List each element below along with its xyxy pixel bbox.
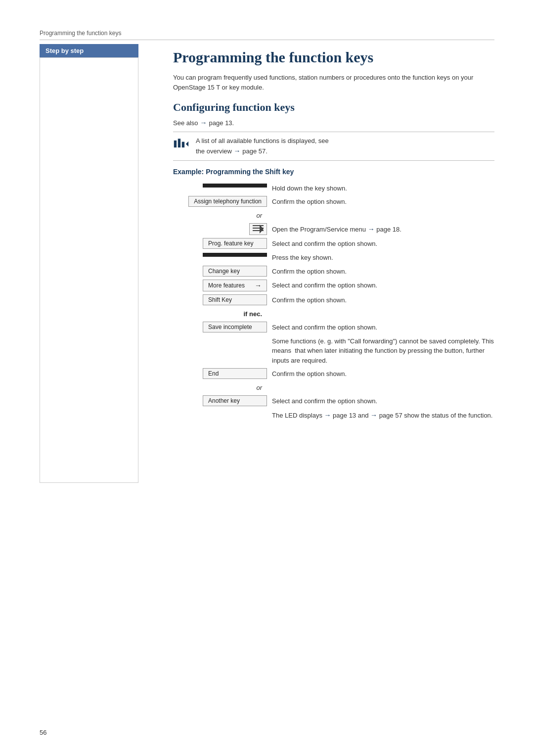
instruction-row-0: Hold down the key shown. (173, 182, 494, 195)
left-area-another: Another key (173, 394, 272, 408)
black-bar-0 (203, 184, 267, 188)
step-by-step-label: Step by step (45, 47, 84, 54)
page-number: 56 (40, 729, 46, 736)
right-prog: Select and confirm the option shown. (272, 237, 494, 251)
left-area-ifnec: if nec. (173, 307, 272, 321)
another-key-button[interactable]: Another key (203, 395, 267, 406)
svg-marker-3 (186, 142, 188, 147)
right-ifnec (272, 307, 494, 311)
info-page: page 57. (242, 147, 267, 155)
right-column: Programming the function keys You can pr… (158, 44, 494, 483)
right-or1 (272, 209, 494, 213)
right-save: Select and confirm the option shown. (272, 321, 494, 334)
info-text: A list of all available functions is dis… (196, 136, 329, 156)
shift-key-button[interactable]: Shift Key (203, 294, 267, 305)
instruction-row-shift: Shift Key Confirm the option shown. (173, 293, 494, 307)
left-area-end: End (173, 367, 272, 381)
instruction-row-note: Some functions (e. g. with "Call forward… (173, 334, 494, 368)
instruction-row-more: More features → Select and confirm the o… (173, 279, 494, 293)
see-also: See also → page 13. (173, 119, 494, 127)
see-also-arrow: → (200, 119, 207, 127)
menu-icon[interactable] (249, 223, 267, 235)
instruction-row-save: Save incomplete Select and confirm the o… (173, 321, 494, 334)
if-nec-label: if nec. (173, 310, 267, 318)
instruction-row-menu: Open the Program/Service menu → page 18. (173, 222, 494, 237)
svg-rect-1 (178, 139, 180, 147)
right-press: Press the key shown. (272, 251, 494, 265)
breadcrumb-text: Programming the function keys (40, 30, 121, 37)
left-area-led (173, 408, 272, 410)
instruction-row-or2: or (173, 381, 494, 394)
assign-telephony-button[interactable]: Assign telephony function (188, 196, 267, 207)
right-shift: Confirm the option shown. (272, 293, 494, 307)
intro-text: You can program frequently used function… (173, 73, 494, 92)
instruction-row-change: Change key Confirm the option shown. (173, 265, 494, 279)
see-also-page: page 13. (209, 119, 234, 127)
instruction-row-end: End Confirm the option shown. (173, 367, 494, 381)
left-area-or2: or (173, 381, 272, 394)
instruction-row-ifnec: if nec. (173, 307, 494, 321)
info-text-line2: the overview (196, 147, 232, 155)
left-area-shift: Shift Key (173, 293, 272, 307)
prog-feature-button[interactable]: Prog. feature key (203, 238, 267, 249)
left-column-inner (40, 57, 138, 483)
left-area-menu (173, 222, 272, 237)
change-key-button[interactable]: Change key (203, 266, 267, 277)
page-title: Programming the function keys (173, 49, 494, 66)
right-end: Confirm the option shown. (272, 367, 494, 381)
left-area-press (173, 251, 272, 259)
right-another: Select and confirm the option shown. (272, 394, 494, 408)
left-area-prog: Prog. feature key (173, 237, 272, 251)
right-0: Hold down the key shown. (272, 182, 494, 195)
instruction-row-or1: or (173, 209, 494, 222)
breadcrumb: Programming the function keys (40, 30, 494, 40)
or-label-1: or (173, 212, 267, 219)
info-text-line1: A list of all available functions is dis… (196, 137, 329, 144)
left-area-more: More features → (173, 279, 272, 293)
right-menu: Open the Program/Service menu → page 18. (272, 222, 494, 236)
main-layout: Step by step Programming the function ke… (40, 44, 494, 483)
svg-rect-4 (253, 225, 264, 226)
left-area-or1: or (173, 209, 272, 222)
svg-rect-0 (174, 141, 177, 147)
more-features-arrow-icon: → (255, 282, 262, 289)
left-area-1: Assign telephony function (173, 195, 272, 209)
instruction-row-another: Another key Select and confirm the optio… (173, 394, 494, 408)
see-also-label: See also (173, 119, 198, 127)
info-box: A list of all available functions is dis… (173, 132, 494, 161)
end-button[interactable]: End (203, 368, 267, 379)
page-container: Programming the function keys Step by st… (0, 0, 534, 756)
right-led: The LED displays → page 13 and → page 57… (272, 408, 494, 423)
info-arrow: → (234, 147, 241, 155)
instruction-row-prog: Prog. feature key Select and confirm the… (173, 237, 494, 251)
step-by-step-box: Step by step (40, 44, 138, 57)
left-area-0 (173, 182, 272, 189)
more-features-button[interactable]: More features → (203, 280, 267, 291)
instruction-row-led: The LED displays → page 13 and → page 57… (173, 408, 494, 423)
left-area-change: Change key (173, 265, 272, 279)
instruction-row-1: Assign telephony function Confirm the op… (173, 195, 494, 209)
right-note: Some functions (e. g. with "Call forward… (272, 334, 494, 368)
instruction-rows: Hold down the key shown. Assign telephon… (173, 182, 494, 423)
right-change: Confirm the option shown. (272, 265, 494, 279)
info-icon (173, 137, 191, 152)
left-area-save: Save incomplete (173, 321, 272, 334)
right-or2 (272, 381, 494, 385)
right-more: Select and confirm the option shown. (272, 279, 494, 292)
instruction-row-press: Press the key shown. (173, 251, 494, 265)
save-incomplete-button[interactable]: Save incomplete (203, 322, 267, 332)
left-column: Step by step (40, 44, 158, 483)
right-1: Confirm the option shown. (272, 195, 494, 209)
or-label-2: or (173, 384, 267, 391)
section-title: Configuring function keys (173, 101, 494, 114)
black-bar-1 (203, 253, 267, 257)
left-area-note (173, 334, 272, 336)
example-title: Example: Programming the Shift key (173, 168, 494, 176)
svg-rect-2 (182, 142, 184, 148)
